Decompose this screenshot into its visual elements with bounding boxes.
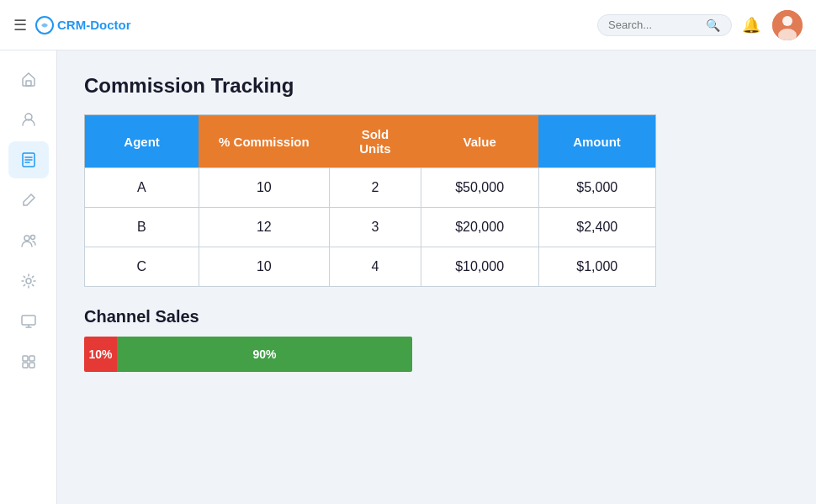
top-navigation: ☰ CRM-Doctor 🔍 🔔 bbox=[0, 0, 816, 50]
cell-amount-0: $5,000 bbox=[538, 168, 655, 208]
channel-sales-title: Channel Sales bbox=[84, 307, 789, 326]
channel-segment-10: 10% bbox=[84, 337, 117, 372]
channel-sales-bar: 10%90% bbox=[84, 337, 412, 372]
sidebar-item-monitor[interactable] bbox=[8, 303, 49, 340]
page-title: Commission Tracking bbox=[84, 74, 789, 98]
sidebar-item-home[interactable] bbox=[8, 61, 49, 98]
cell-value-0: $50,000 bbox=[421, 168, 538, 208]
cell-commission-0: 10 bbox=[199, 168, 330, 208]
sidebar bbox=[0, 50, 57, 504]
svg-point-12 bbox=[26, 279, 31, 284]
app-name: CRM-Doctor bbox=[57, 18, 131, 32]
notification-bell[interactable]: 🔔 bbox=[742, 16, 760, 34]
hamburger-menu[interactable]: ☰ bbox=[13, 16, 27, 34]
body-wrap: Commission Tracking Agent % Commission S… bbox=[0, 50, 816, 504]
sidebar-item-agents[interactable] bbox=[8, 222, 49, 259]
search-input[interactable] bbox=[608, 19, 701, 31]
svg-point-2 bbox=[782, 16, 792, 26]
svg-point-11 bbox=[30, 236, 34, 240]
cell-agent-0: A bbox=[85, 168, 199, 208]
cell-value-2: $10,000 bbox=[421, 247, 538, 287]
cell-sold_units-2: 4 bbox=[330, 247, 421, 287]
sidebar-item-box[interactable] bbox=[8, 343, 49, 380]
channel-segment-90: 90% bbox=[117, 337, 412, 372]
sidebar-item-settings[interactable] bbox=[8, 263, 49, 300]
cell-amount-2: $1,000 bbox=[538, 247, 655, 287]
table-row: B123$20,000$2,400 bbox=[85, 208, 656, 247]
col-header-amount: Amount bbox=[538, 115, 655, 168]
search-icon: 🔍 bbox=[706, 19, 720, 32]
app-logo: CRM-Doctor bbox=[35, 16, 131, 34]
cell-commission-1: 12 bbox=[199, 208, 330, 247]
col-header-sold-units: Sold Units bbox=[330, 115, 421, 168]
cell-agent-2: C bbox=[85, 247, 199, 287]
col-header-agent: Agent bbox=[85, 115, 199, 168]
svg-rect-13 bbox=[22, 316, 35, 325]
table-row: C104$10,000$1,000 bbox=[85, 247, 656, 287]
sidebar-item-contacts[interactable] bbox=[8, 101, 49, 138]
table-row: A102$50,000$5,000 bbox=[85, 168, 656, 208]
col-header-commission: % Commission bbox=[199, 115, 330, 168]
cell-sold_units-0: 2 bbox=[330, 168, 421, 208]
sidebar-item-edit[interactable] bbox=[8, 182, 49, 219]
cell-agent-1: B bbox=[85, 208, 199, 247]
logo-icon bbox=[35, 16, 54, 34]
search-bar[interactable]: 🔍 bbox=[597, 14, 732, 36]
cell-commission-2: 10 bbox=[199, 247, 330, 287]
svg-rect-17 bbox=[29, 356, 34, 361]
cell-value-1: $20,000 bbox=[421, 208, 538, 247]
col-header-value: Value bbox=[421, 115, 538, 168]
svg-rect-16 bbox=[23, 356, 28, 361]
main-content: Commission Tracking Agent % Commission S… bbox=[57, 50, 816, 504]
svg-rect-4 bbox=[26, 81, 31, 86]
sidebar-item-reports[interactable] bbox=[8, 141, 49, 178]
cell-sold_units-1: 3 bbox=[330, 208, 421, 247]
svg-rect-18 bbox=[23, 363, 28, 368]
svg-rect-19 bbox=[29, 363, 34, 368]
user-avatar[interactable] bbox=[772, 10, 803, 40]
commission-table: Agent % Commission Sold Units Value Amou… bbox=[84, 114, 656, 287]
cell-amount-1: $2,400 bbox=[538, 208, 655, 247]
svg-point-10 bbox=[24, 236, 29, 241]
